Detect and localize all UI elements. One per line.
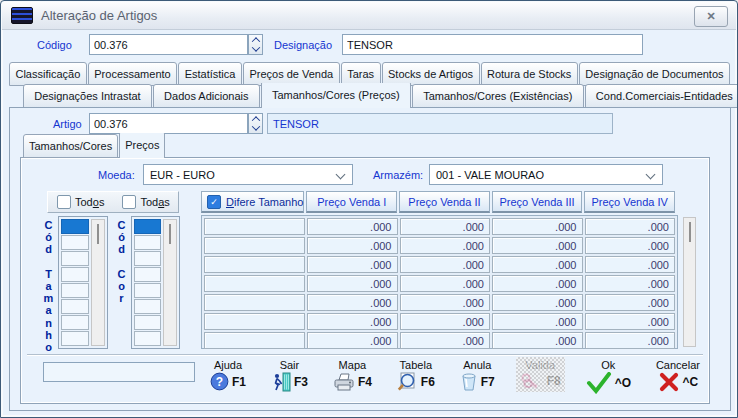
table-row: .000.000.000.000: [204, 332, 675, 349]
tamanho-cell[interactable]: [204, 218, 305, 235]
valida-button-label: Valida: [525, 359, 555, 371]
todas-checkbox[interactable]: [122, 195, 136, 209]
preco-cell[interactable]: .000: [400, 332, 491, 349]
close-button[interactable]: ✕: [694, 6, 728, 27]
tabela-button[interactable]: TabelaF6: [394, 358, 438, 393]
cod-tamanho-cell[interactable]: [61, 251, 89, 266]
cod-cor-scrollbar[interactable]: [163, 219, 177, 346]
tab-designa-es-intrastat[interactable]: Designações Intrastat: [23, 84, 152, 108]
anula-button[interactable]: AnulaF7: [457, 358, 498, 393]
cod-cor-cell[interactable]: [134, 219, 161, 234]
preco-cell[interactable]: .000: [492, 275, 583, 292]
preco-cell[interactable]: .000: [585, 332, 676, 349]
cod-cor-cell[interactable]: [134, 267, 161, 282]
preco-cell[interactable]: .000: [400, 313, 491, 330]
preco-cell[interactable]: .000: [400, 256, 491, 273]
preco-cell[interactable]: .000: [307, 256, 398, 273]
preco-cell[interactable]: .000: [307, 313, 398, 330]
cod-cor-cell[interactable]: [134, 331, 161, 346]
preco-cell[interactable]: .000: [400, 294, 491, 311]
tamanho-cell[interactable]: [204, 275, 305, 292]
todos-checkbox-label[interactable]: Todos: [57, 195, 104, 209]
difere-tamanho-header[interactable]: ✓ Difere Tamanho: [201, 191, 304, 213]
ok-button[interactable]: Ok^O: [583, 358, 634, 395]
title-bar[interactable]: Alteração de Artigos ✕: [2, 2, 736, 30]
artigo-input[interactable]: [89, 113, 248, 134]
preco-cell[interactable]: .000: [585, 294, 676, 311]
tab-pre-os[interactable]: Preços: [119, 133, 165, 158]
scrollbar-thumb[interactable]: [97, 224, 99, 244]
todas-checkbox-label[interactable]: Todas: [122, 195, 169, 209]
codigo-spinner[interactable]: [248, 34, 263, 55]
cod-cor-cell[interactable]: [134, 251, 161, 266]
preco-cell[interactable]: .000: [585, 237, 676, 254]
cod-tamanho-scrollbar[interactable]: [91, 219, 105, 346]
preco-cell[interactable]: .000: [585, 313, 676, 330]
tab-dados-adicionais[interactable]: Dados Adicionais: [153, 84, 260, 108]
preco-cell[interactable]: .000: [492, 256, 583, 273]
column-header-pre-o-venda-i[interactable]: Preço Venda I: [306, 191, 397, 213]
preco-cell[interactable]: .000: [400, 218, 491, 235]
tamanho-cell[interactable]: [204, 237, 305, 254]
cod-tamanho-cell[interactable]: [61, 299, 89, 314]
column-header-pre-o-venda-iii[interactable]: Preço Venda III: [492, 191, 583, 213]
moeda-combobox[interactable]: EUR - EURO: [143, 164, 353, 185]
tab-cond-comerciais-entidades[interactable]: Cond.Comerciais-Entidades: [585, 84, 738, 108]
svg-text:?: ?: [216, 375, 223, 389]
tab-tamanhos-cores-pre-os[interactable]: Tamanhos/Cores (Preços): [261, 83, 411, 108]
designacao-input[interactable]: [342, 34, 643, 55]
preco-cell[interactable]: .000: [307, 218, 398, 235]
preco-cell[interactable]: .000: [492, 332, 583, 349]
cod-cor-cell[interactable]: [134, 315, 161, 330]
chevron-down-icon[interactable]: [249, 124, 262, 134]
chevron-down-icon[interactable]: [249, 45, 262, 55]
price-table-scrollbar[interactable]: [683, 217, 696, 347]
tab-tamanhos-cores[interactable]: Tamanhos/Cores: [23, 134, 118, 158]
cod-tamanho-cell[interactable]: [61, 219, 89, 234]
preco-cell[interactable]: .000: [307, 294, 398, 311]
preco-cell[interactable]: .000: [400, 237, 491, 254]
status-field: [43, 362, 195, 382]
scrollbar-thumb[interactable]: [169, 224, 171, 244]
codigo-label: Código: [37, 39, 72, 51]
preco-cell[interactable]: .000: [585, 256, 676, 273]
mapa-button[interactable]: MapaF4: [330, 358, 375, 393]
cod-tamanho-cell[interactable]: [61, 331, 89, 346]
ajuda-button[interactable]: Ajuda?F1: [207, 358, 249, 392]
valida-button[interactable]: ValidaF8: [517, 358, 564, 391]
column-header-pre-o-venda-iv[interactable]: Preço Venda IV: [584, 191, 675, 213]
preco-cell[interactable]: .000: [492, 218, 583, 235]
preco-cell[interactable]: .000: [307, 275, 398, 292]
cod-tamanho-cell[interactable]: [61, 283, 89, 298]
tamanho-cell[interactable]: [204, 256, 305, 273]
preco-cell[interactable]: .000: [585, 275, 676, 292]
magnifier-icon: [397, 372, 418, 392]
preco-cell[interactable]: .000: [307, 332, 398, 349]
cod-tamanho-cell[interactable]: [61, 235, 89, 250]
tamanho-cell[interactable]: [204, 313, 305, 330]
cancelar-button[interactable]: Cancelar^C: [653, 358, 703, 393]
column-header-pre-o-venda-ii[interactable]: Preço Venda II: [399, 191, 490, 213]
trash-glass-icon: [460, 372, 478, 392]
preco-cell[interactable]: .000: [400, 275, 491, 292]
todos-checkbox[interactable]: [57, 195, 71, 209]
tab-tamanhos-cores-exist-ncias[interactable]: Tamanhos/Cores (Existências): [412, 84, 584, 108]
preco-cell[interactable]: .000: [585, 218, 676, 235]
cod-cor-cell[interactable]: [134, 235, 161, 250]
tamanho-cell[interactable]: [204, 294, 305, 311]
cod-tamanho-cell[interactable]: [61, 267, 89, 282]
cod-cor-cell[interactable]: [134, 283, 161, 298]
sair-button[interactable]: SairF3: [268, 358, 311, 393]
difere-tamanho-checkbox[interactable]: ✓: [207, 195, 221, 209]
cod-cor-cell[interactable]: [134, 299, 161, 314]
preco-cell[interactable]: .000: [492, 294, 583, 311]
preco-cell[interactable]: .000: [492, 237, 583, 254]
armazem-combobox[interactable]: 001 - VALE MOURAO: [429, 164, 663, 185]
preco-cell[interactable]: .000: [492, 313, 583, 330]
codigo-input[interactable]: [89, 34, 248, 55]
tamanho-cell[interactable]: [204, 332, 305, 349]
preco-cell[interactable]: .000: [307, 237, 398, 254]
cod-tamanho-cell[interactable]: [61, 315, 89, 330]
artigo-spinner[interactable]: [248, 113, 263, 134]
scrollbar-thumb[interactable]: [689, 222, 691, 242]
